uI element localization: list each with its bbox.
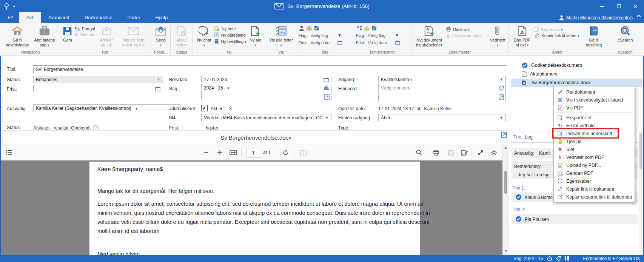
rotate-icon[interactable] — [280, 145, 290, 160]
current-user[interactable]: Martin Mouritzen (Ministerkontor) — [559, 12, 633, 23]
menu-item-delete[interactable]: ✖ Slet — [554, 145, 635, 153]
menu-item-replace-content[interactable]: ↻ Erstat indhold... — [554, 122, 635, 129]
menu-item-properties[interactable]: Egenskaber — [554, 177, 635, 185]
access-dropdown[interactable]: Kvalitetskontrol▼ — [378, 76, 506, 83]
tab-avanceret[interactable]: Avanceret — [41, 12, 77, 23]
panel-scrollbar[interactable] — [639, 132, 643, 253]
collapse-ribbon-icon[interactable] — [636, 14, 641, 17]
keywords-field[interactable]: Vælg emneord — [378, 84, 506, 101]
csearch-button[interactable]: cSearch — [616, 25, 634, 43]
menu-item-view-pdf[interactable]: Vis PDF — [554, 104, 635, 112]
stopwatch-icon[interactable] — [547, 256, 552, 261]
delete-record-button[interactable]: ✖ Slet akt — [74, 32, 95, 37]
menu-item-view-readonly[interactable]: Vis i skrivebeskyttet tilstand — [554, 96, 635, 104]
maximize-button[interactable] — [613, 1, 624, 11]
document-list-item-record[interactable]: Aktdokument — [511, 70, 642, 78]
copy-record-link-button[interactable]: Kopiér link til akten ▾ — [534, 33, 579, 38]
close-button[interactable] — [630, 1, 641, 11]
tab-trin[interactable]: Trin — [513, 134, 521, 140]
send-button[interactable]: Send ▾ — [154, 25, 168, 48]
menu-item-check-out[interactable]: Tjek ud — [554, 137, 635, 145]
my-deadline-selector[interactable]: Frist: Vælg dato — [298, 39, 342, 46]
new-document-from-templates-button[interactable]: A Nyt dokument fra skabeloner — [413, 25, 445, 48]
new-annotation-button[interactable]: Ny påtegning — [214, 32, 247, 37]
external-access-dropdown[interactable]: Åben▼ — [378, 114, 506, 121]
show-all-fields-button[interactable]: Vis alle felter ▾ — [268, 25, 294, 48]
responsible-field[interactable]: Kamilla Keller (Sagsbehandler, Kvalitets… — [33, 104, 180, 112]
fit-width-icon[interactable] — [228, 145, 238, 160]
tag-icon[interactable] — [556, 256, 561, 261]
letter-date-field[interactable]: 17-01-2024 — [201, 76, 331, 83]
scroll-up-icon[interactable] — [504, 146, 507, 149]
create-pdf-button[interactable]: Dan PDF af akt ▾ — [511, 25, 534, 48]
print-button[interactable]: Udskriv ▾ — [446, 27, 482, 32]
pause-icon[interactable] — [565, 256, 569, 260]
case-field[interactable]: 2024 - 15 ▼ — [201, 84, 331, 101]
tab-akt[interactable]: Akt — [19, 12, 41, 23]
unit-deadline-selector[interactable]: Frist: Vælg dato — [356, 39, 400, 46]
document-list-item-approval[interactable]: Godkendelsesdokument — [511, 61, 642, 69]
menu-item-regenerate-pdf[interactable]: ↻ Gendan PDF — [554, 169, 635, 177]
page-number-input[interactable]: 1 — [247, 148, 260, 158]
my-flag-selector[interactable]: Flag: Vælg flag ▼ — [298, 32, 342, 39]
open-in-window-icon[interactable] — [499, 94, 504, 100]
flag-tray-icon[interactable] — [364, 26, 370, 31]
menu-item-edit-document[interactable]: Ret dokument — [554, 88, 635, 96]
new-record-button[interactable]: Ny akt ▾ — [247, 25, 264, 48]
menu-item-export-file[interactable]: Eksportér fil... — [554, 114, 635, 122]
open-in-window-icon[interactable] — [324, 94, 330, 100]
deadline-field[interactable] — [33, 85, 163, 92]
copy-record-button[interactable]: Kopiér akt ▾ — [534, 27, 579, 32]
calendar-icon[interactable] — [155, 86, 160, 91]
finish-record-button[interactable]: Afslut akten — [173, 25, 191, 48]
new-chat-button[interactable]: Ny chat ▾ — [195, 25, 214, 48]
print-preview-icon[interactable] — [431, 145, 441, 160]
status-dropdown[interactable]: Behandles▼ — [33, 76, 163, 83]
new-note-button[interactable]: Ny note — [214, 26, 247, 31]
flag-badge-icon[interactable] — [314, 26, 319, 31]
unit-flag-selector[interactable]: Flag: Vælg flag ▼ — [356, 32, 400, 39]
settings-gear-icon[interactable] — [489, 145, 499, 160]
new-request-button[interactable]: Ny bestilling ▾ — [214, 39, 247, 44]
m4-dropdown[interactable]: Vis ikke i MR4 Basis for medlemmer, der … — [201, 114, 331, 121]
save-as-icon[interactable] — [459, 145, 469, 160]
viewer-scrollbar-thumb[interactable] — [504, 171, 507, 194]
menu-item-copy-external-link[interactable]: Kopiér eksternt link til dokument — [554, 193, 635, 201]
case-add-icon[interactable] — [324, 85, 330, 91]
tag-icon[interactable] — [498, 85, 504, 91]
save-preview-icon[interactable] — [446, 145, 456, 160]
fullscreen-icon[interactable] — [475, 145, 485, 160]
open-case-button[interactable]: Åbn aktens sag ▾ — [32, 25, 57, 48]
go-to-main-window-button[interactable]: Gå til hovedvindue — [4, 25, 31, 48]
expand-preview-icon[interactable] — [501, 132, 507, 138]
tab-f2[interactable]: F2 — [2, 12, 19, 23]
menu-item-insert-signature[interactable]: Indsæt min underskrift — [554, 129, 635, 137]
tab-parter[interactable]: Parter — [120, 12, 148, 23]
title-field[interactable]: Sv: Borgerhenvendelse — [33, 65, 506, 73]
calendar-icon[interactable] — [324, 77, 329, 82]
document-list-item-word-doc[interactable]: W Sv Borgerhenvendelse.docx — [511, 79, 642, 87]
attach-button[interactable]: Vedhæft ▾ — [489, 25, 507, 48]
mark-unread-close-button[interactable]: Markér som ulæst og luk — [117, 25, 149, 48]
menu-item-upload-new-pdf[interactable]: Upload ny PDF... — [554, 161, 635, 169]
viewer-scrollbar[interactable] — [502, 145, 509, 255]
zoom-in-icon[interactable] — [215, 145, 225, 160]
journalized-checkbox[interactable]: ✓ — [201, 105, 208, 111]
tab-godkendelse[interactable]: Godkendelse — [77, 12, 120, 23]
archive-and-close-button[interactable]: Arkivér og luk — [96, 25, 117, 48]
scroll-down-icon[interactable] — [504, 250, 507, 253]
save-button[interactable]: Gem — [61, 25, 74, 43]
lock-documents-button[interactable]: Lås dokumenter — [446, 33, 482, 38]
flag-tray-icon[interactable] — [306, 25, 312, 31]
page-layout-icon[interactable] — [299, 145, 308, 160]
panel-scrollbar-thumb[interactable] — [639, 133, 642, 169]
thumbnails-toggle-icon[interactable] — [4, 145, 14, 160]
menu-item-copy-link[interactable]: Kopiér link til dokument — [554, 185, 635, 193]
go-to-request-button[interactable]: Gå til bestilling — [584, 25, 604, 48]
tab-hjaelp[interactable]: Hjælp — [148, 12, 175, 23]
zoom-out-icon[interactable] — [201, 145, 211, 160]
search-icon[interactable] — [414, 145, 424, 160]
undo-button[interactable]: Fortryd — [74, 26, 95, 31]
flag-badge-icon[interactable] — [371, 26, 377, 31]
minimize-button[interactable] — [596, 1, 608, 11]
